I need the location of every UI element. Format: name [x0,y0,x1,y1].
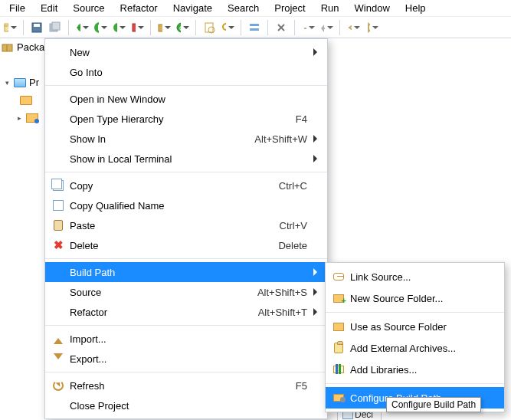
svg-rect-3 [34,24,40,27]
tree-src-row[interactable]: s [3,91,47,109]
menu-search[interactable]: Search [220,1,267,15]
menu-file[interactable]: File [2,1,33,15]
ctx-item-show-in[interactable]: Show InAlt+Shift+W [45,129,327,149]
debug-button[interactable] [75,21,89,34]
ctx-item-export-[interactable]: Export... [45,349,327,369]
ctx-item-import-[interactable]: Import... [45,329,327,349]
ctx-item-label: Build Path [68,267,318,278]
menu-navigate[interactable]: Navigate [165,1,220,15]
ctx-item-new[interactable]: New [45,42,327,62]
new-wizard-button[interactable] [3,21,17,34]
next-annotation-button[interactable] [301,21,315,34]
ext-tools-button[interactable] [130,21,144,34]
ctx-item-source[interactable]: SourceAlt+Shift+S [45,282,327,302]
ctx-item-paste[interactable]: PasteCtrl+V [45,215,327,235]
toolbar: C [0,17,511,38]
sub-item-label: Add Libraries... [349,364,495,376]
package-icon [2,42,14,53]
project-folder-icon [14,78,26,87]
ctx-item-label: Go Into [68,67,318,78]
svg-marker-25 [304,25,306,32]
package-explorer-title: Packa [2,41,44,53]
svg-rect-5 [52,22,60,30]
ctx-item-show-in-local-terminal[interactable]: Show in Local Terminal [45,149,327,169]
configure-build-path-icon [333,394,344,402]
sub-item-label: Link Source... [349,271,495,283]
ctx-item-accel: F4 [296,113,318,125]
svg-rect-14 [159,25,162,31]
ctx-item-copy[interactable]: CopyCtrl+C [45,176,327,195]
toggle-breadcrumb-button[interactable] [247,21,261,34]
sub-item-link-source-[interactable]: Link Source... [326,266,504,287]
svg-marker-27 [349,24,352,31]
sub-item-label: Add External Archives... [349,343,495,354]
svg-rect-22 [250,28,259,31]
ctx-item-label: Source [68,287,257,298]
nav-forward-button[interactable] [365,21,378,34]
svg-point-11 [113,23,117,32]
sub-item-add-external-archives-[interactable]: Add External Archives... [326,337,504,359]
ctx-item-accel: Alt+Shift+T [258,307,318,318]
new-package-button[interactable] [157,21,171,34]
project-tree: ▾ Pr s ▸ J [3,74,47,126]
menu-source[interactable]: Source [65,1,112,15]
ctx-item-build-path[interactable]: Build Path [45,262,327,282]
nav-back-button[interactable] [346,21,360,34]
svg-rect-13 [133,24,136,31]
ctx-item-close-project[interactable]: Close Project [45,395,327,415]
ctx-item-delete[interactable]: ✖DeleteDelete [45,235,327,255]
expand-toggle-icon[interactable]: ▾ [3,79,11,87]
ctx-item-open-in-new-window[interactable]: Open in New Window [45,89,327,109]
open-type-button[interactable] [202,21,216,34]
new-class-button[interactable]: C [175,21,189,34]
ctx-item-label: Copy [68,180,279,192]
tree-jre-row[interactable]: ▸ J [3,109,47,126]
ctx-item-label: Close Project [68,400,318,412]
ctx-item-accel: Alt+Shift+S [257,287,318,298]
ctx-item-go-into[interactable]: Go Into [45,62,327,82]
coverage-button[interactable] [112,21,126,34]
libraries-icon [333,366,344,373]
sub-item-use-as-source-folder[interactable]: Use as Source Folder [326,316,504,337]
src-folder-icon [20,96,32,105]
menu-edit[interactable]: Edit [33,1,65,15]
search-button[interactable] [221,21,234,34]
prev-annotation-button[interactable] [319,21,333,34]
library-icon [26,113,38,123]
ctx-item-label: Import... [68,333,318,345]
ctx-item-accel: Alt+Shift+W [254,133,318,145]
menu-refactor[interactable]: Refactor [113,1,165,15]
ctx-item-accel: F5 [296,380,318,392]
ctx-item-refactor[interactable]: RefactorAlt+Shift+T [45,302,327,322]
ctx-item-label: Refactor [68,307,258,318]
ctx-item-accel: Ctrl+C [279,180,318,192]
ctx-item-open-type-hierarchy[interactable]: Open Type HierarchyF4 [45,109,327,129]
menu-project[interactable]: Project [267,1,313,15]
menu-help[interactable]: Help [398,1,434,15]
sub-item-new-source-folder-[interactable]: New Source Folder... [326,287,504,309]
save-button[interactable] [30,21,44,34]
ctx-item-label: Copy Qualified Name [68,200,318,212]
ctx-item-refresh[interactable]: RefreshF5 [45,376,327,395]
ctx-item-label: Refresh [68,380,296,392]
ctx-item-label: Show in Local Terminal [68,153,318,165]
pin-button[interactable] [274,21,288,34]
ctx-item-label: New [68,47,318,58]
ctx-item-label: Open in New Window [68,94,318,105]
svg-point-19 [223,24,226,30]
tree-project-row[interactable]: ▾ Pr [3,74,47,91]
save-all-button[interactable] [48,21,62,34]
run-button[interactable] [93,21,107,34]
expand-toggle-icon[interactable]: ▸ [15,114,23,122]
link-source-icon [333,273,344,281]
ctx-item-label: Delete [68,240,278,251]
ctx-item-accel: Ctrl+V [280,220,318,231]
ctx-item-copy-qualified-name[interactable]: Copy Qualified Name [45,195,327,215]
copy-icon [53,180,64,191]
export-icon [54,353,63,364]
svg-marker-28 [369,24,370,31]
menu-run[interactable]: Run [313,1,347,15]
svg-marker-26 [321,25,325,32]
sub-item-add-libraries-[interactable]: Add Libraries... [326,359,504,380]
menu-window[interactable]: Window [347,1,398,15]
